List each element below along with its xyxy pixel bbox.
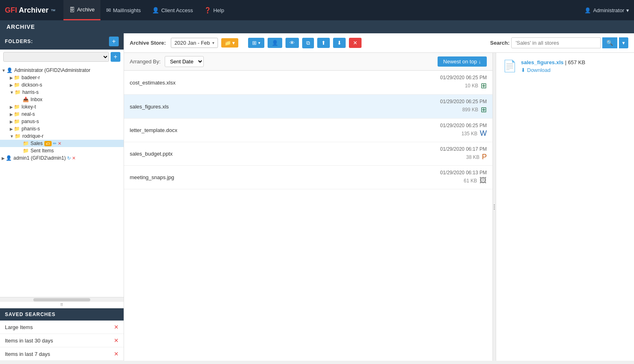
arrange-label: Arranged By:	[130, 58, 161, 65]
arrow-lokey[interactable]: ▶	[10, 105, 13, 109]
file-name-sales-budget: sales_budget.pptx	[130, 151, 440, 157]
preview-file-info: sales_figures.xls | 657 KB ⬇ Download	[521, 59, 585, 73]
arrow-admin1[interactable]: ▶	[2, 156, 5, 160]
store-dropdown[interactable]: 2020 Jan - Feb ▾	[171, 38, 218, 48]
saved-search-7days-label: Items in last 7 days	[5, 351, 50, 357]
saved-search-30days[interactable]: Items in last 30 days ✕	[0, 334, 124, 347]
horizontal-scrollbar[interactable]	[0, 297, 124, 302]
arrow-panus[interactable]: ▶	[10, 119, 13, 124]
tree-admin1[interactable]: ▶ 👤 admin1 (GFID2\admin1) ↻ ✕	[0, 154, 124, 162]
view-button[interactable]: 👁	[285, 38, 299, 48]
tree-folder-harris[interactable]: ▼ 📁 harris-s	[0, 89, 124, 96]
file-item-cost-estimates[interactable]: cost_estimates.xlsx 01/29/2020 06:25 PM …	[124, 71, 492, 95]
nav-help-label: Help	[213, 7, 224, 13]
tree-folder-neal[interactable]: ▶ 📁 neal-s	[0, 110, 124, 118]
add-folder-button[interactable]: +	[109, 37, 119, 46]
nav-user-label: Administrator	[593, 7, 624, 13]
sidebar: FOLDERS: + + ▼ 👤 Administrator (GFID2\Ad…	[0, 33, 124, 361]
delete-7days-icon[interactable]: ✕	[114, 351, 119, 357]
arrange-select[interactable]: Sent Date	[165, 56, 204, 67]
sidebar-folders-header: FOLDERS: +	[0, 33, 124, 50]
tree-folder-inbox[interactable]: 📥 Inbox	[0, 96, 124, 103]
delete-button[interactable]: ✕	[349, 38, 362, 48]
folder-label-sales: Sales	[31, 141, 43, 146]
search-button[interactable]: 🔍	[602, 37, 617, 48]
assign-button[interactable]: 👤	[268, 38, 282, 48]
file-item-sales-budget[interactable]: sales_budget.pptx 01/29/2020 06:17 PM 38…	[124, 142, 492, 166]
search-dropdown-button[interactable]: ▾	[619, 37, 628, 48]
tree-folder-phanis[interactable]: ▶ 📁 phanis-s	[0, 125, 124, 132]
file-item-meeting-snaps[interactable]: meeting_snaps.jpg 01/29/2020 06:13 PM 61…	[124, 166, 492, 189]
columns-button[interactable]: ⊞ ▾	[248, 38, 264, 48]
newest-btn-label: Newest on top ↓	[443, 58, 481, 65]
folder-label-lokey: lokey-t	[22, 104, 36, 110]
content-area: Arranged By: Sent Date Newest on top ↓ c…	[124, 53, 634, 361]
file-name-cost-estimates: cost_estimates.xlsx	[130, 80, 440, 86]
tree-folder-dickson[interactable]: ▶ 📁 dickson-s	[0, 81, 124, 89]
search-input[interactable]	[511, 37, 601, 48]
logo: GFI Archiver ™	[5, 6, 55, 15]
toolbar: Archive Store: 2020 Jan - Feb ▾ 📁 ▾ ⊞ ▾ …	[124, 33, 634, 53]
store-dropdown-arrow-icon: ▾	[212, 41, 214, 45]
file-name-sales-figures: sales_figures.xls	[130, 104, 440, 110]
nav-clientaccess[interactable]: 👤 Client Access	[146, 0, 198, 20]
arrow-harris[interactable]: ▼	[10, 90, 14, 95]
saved-search-large-items[interactable]: Large Items ✕	[0, 321, 124, 334]
edit-sales-icon[interactable]: ✏	[53, 141, 57, 146]
resize-dot-3	[494, 208, 495, 210]
tree-folder-rodrique[interactable]: ▼ 📁 rodrique-r	[0, 132, 124, 140]
h-scroll-thumb[interactable]	[33, 298, 90, 301]
nav-mailinsights-label: MailInsights	[113, 7, 141, 13]
help-nav-icon: ❓	[204, 7, 211, 13]
folder-filter-select[interactable]	[3, 52, 109, 62]
store-select: 2020 Jan - Feb ▾	[171, 38, 218, 48]
arrow-phanis[interactable]: ▶	[10, 127, 13, 131]
delete-admin1-icon[interactable]: ✕	[72, 156, 76, 161]
arrange-bar: Arranged By: Sent Date Newest on top ↓	[124, 53, 492, 71]
copy-button[interactable]: ⧉	[302, 38, 314, 48]
file-size-sales-figures: 899 KB	[462, 107, 478, 113]
folder-label-neal: neal-s	[22, 111, 35, 117]
delete-large-items-icon[interactable]: ✕	[114, 324, 119, 330]
tree-admin-main[interactable]: ▼ 👤 Administrator (GFID2\Administrator	[0, 67, 124, 74]
folder-icon-badeer: 📁	[14, 75, 20, 80]
preview-file-name[interactable]: sales_figures.xls	[521, 59, 564, 65]
upload-icon: ⬆	[321, 40, 326, 46]
refresh-admin1-icon[interactable]: ↻	[67, 156, 71, 161]
newest-on-top-button[interactable]: Newest on top ↓	[438, 56, 487, 67]
preview-download[interactable]: ⬇ Download	[521, 67, 585, 73]
vertical-resize-handle[interactable]	[492, 53, 496, 361]
nav-help[interactable]: ❓ Help	[198, 0, 230, 20]
nav-mailinsights[interactable]: ✉ MailInsights	[100, 0, 147, 20]
file-item-sales-figures[interactable]: sales_figures.xls 01/29/2020 06:25 PM 89…	[124, 95, 492, 119]
tree-folder-panus[interactable]: ▶ 📁 panus-s	[0, 118, 124, 125]
arrow-admin-main[interactable]: ▼	[2, 68, 6, 73]
delete-30days-icon[interactable]: ✕	[114, 337, 119, 344]
folder-browse-button[interactable]: 📁 ▾	[221, 38, 238, 48]
arrow-badeer[interactable]: ▶	[10, 76, 13, 80]
saved-search-7days[interactable]: Items in last 7 days ✕	[0, 347, 124, 361]
arrow-neal[interactable]: ▶	[10, 112, 13, 117]
user-icon: 👤	[584, 7, 591, 13]
folder-add-btn[interactable]: +	[111, 52, 120, 62]
tree-folder-lokey[interactable]: ▶ 📁 lokey-t	[0, 103, 124, 110]
file-meta-letter-template: 01/29/2020 06:25 PM 135 KB W	[440, 123, 487, 138]
upload-button[interactable]: ⬆	[317, 38, 330, 48]
tree-folder-badeer[interactable]: ▶ 📁 badeer-r	[0, 74, 124, 81]
delete-sales-icon[interactable]: ✕	[58, 141, 61, 146]
arrow-rodrique[interactable]: ▼	[10, 134, 14, 139]
arrow-dickson[interactable]: ▶	[10, 83, 13, 87]
nav-archive[interactable]: 🗄 Archive	[63, 0, 100, 20]
tree-folder-sales[interactable]: 📁 Sales 🏷 ✏ ✕	[0, 140, 124, 147]
download-toolbar-button[interactable]: ⬇	[333, 38, 346, 48]
nav-user[interactable]: 👤 Administrator ▾	[584, 7, 629, 13]
resize-handle[interactable]: ⠿	[0, 302, 124, 308]
file-item-letter-template[interactable]: letter_template.docx 01/29/2020 06:25 PM…	[124, 119, 492, 142]
file-size-row-meeting: 61 KB 🖼	[464, 176, 487, 185]
search-dropdown-icon: ▾	[622, 40, 625, 46]
main-layout: FOLDERS: + + ▼ 👤 Administrator (GFID2\Ad…	[0, 33, 634, 361]
file-date-meeting-snaps: 01/29/2020 06:13 PM	[440, 170, 487, 176]
saved-search-large-items-label: Large Items	[5, 324, 33, 330]
tree-folder-sent[interactable]: 📁 Sent Items	[0, 147, 124, 154]
nav-items: 🗄 Archive ✉ MailInsights 👤 Client Access…	[63, 0, 584, 20]
